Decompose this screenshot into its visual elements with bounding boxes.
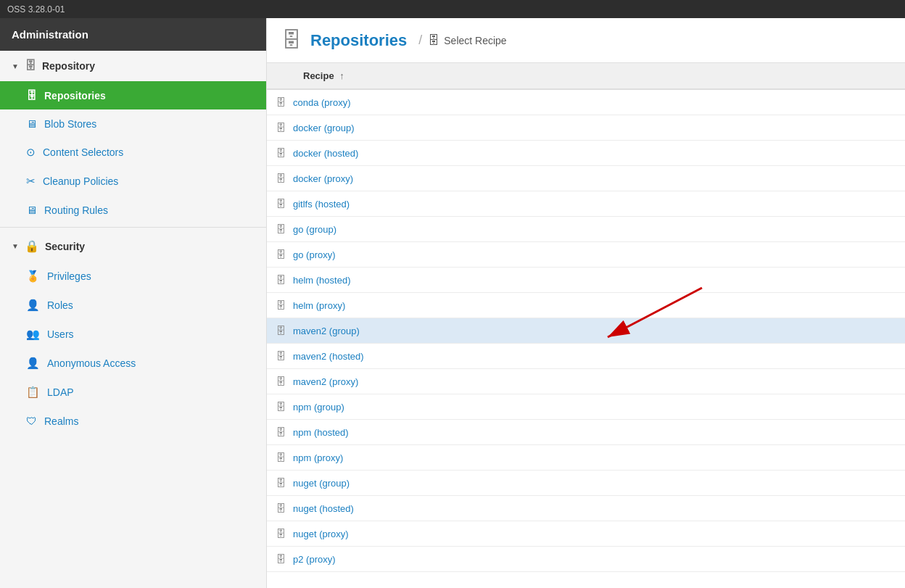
table-row[interactable]: 🗄 npm (hosted)	[267, 420, 905, 445]
recipe-cell[interactable]: 🗄 p2 (proxy)	[267, 547, 905, 571]
sidebar-item-routing-rules[interactable]: 🖥 Routing Rules	[0, 196, 266, 224]
recipe-cell[interactable]: 🗄 nuget (group)	[267, 471, 905, 495]
content-selectors-icon: ⊙	[26, 146, 36, 159]
table-row[interactable]: 🗄 docker (proxy)	[267, 166, 905, 191]
security-section-header[interactable]: ▼ 🔒 Security	[0, 231, 266, 262]
page-title: Repositories	[310, 31, 407, 50]
table-row[interactable]: 🗄 nuget (group)	[267, 471, 905, 496]
row-db-icon: 🗄	[276, 223, 286, 235]
main-container: Administration ▼ 🗄 Repository 🗄 Reposito…	[0, 18, 905, 588]
content-header: 🗄 Repositories / 🗄 Select Recipe	[267, 18, 905, 63]
recipe-label: gitlfs (hosted)	[293, 199, 350, 210]
recipe-label: conda (proxy)	[293, 97, 350, 108]
table-row[interactable]: 🗄 go (proxy)	[267, 242, 905, 268]
table-header: Recipe ↑	[267, 63, 905, 89]
row-db-icon: 🗄	[276, 249, 286, 260]
repository-section-icon: 🗄	[25, 59, 36, 73]
recipe-cell[interactable]: 🗄 helm (proxy)	[267, 293, 905, 318]
recipe-cell[interactable]: 🗄 helm (hosted)	[267, 268, 905, 292]
recipe-cell[interactable]: 🗄 npm (proxy)	[267, 445, 905, 470]
recipe-cell[interactable]: 🗄 docker (proxy)	[267, 166, 905, 191]
recipe-cell[interactable]: 🗄 go (group)	[267, 217, 905, 241]
sidebar-item-blob-stores[interactable]: 🖥 Blob Stores	[0, 109, 266, 138]
table-row[interactable]: 🗄 nuget (hosted)	[267, 496, 905, 521]
admin-header: Administration	[0, 18, 266, 51]
table-row[interactable]: 🗄 npm (group)	[267, 394, 905, 420]
recipe-label: go (group)	[293, 224, 336, 235]
recipe-cell[interactable]: 🗄 go (proxy)	[267, 242, 905, 267]
sidebar-item-content-selectors[interactable]: ⊙ Content Selectors	[0, 138, 266, 167]
top-bar: OSS 3.28.0-01	[0, 0, 905, 18]
sidebar-item-anonymous-access[interactable]: 👤 Anonymous Access	[0, 349, 266, 378]
triangle-icon: ▼	[12, 62, 19, 70]
row-db-icon: 🗄	[276, 477, 286, 489]
sidebar-item-users[interactable]: 👥 Users	[0, 320, 266, 349]
table-row[interactable]: 🗄 go (group)	[267, 217, 905, 242]
row-db-icon: 🗄	[276, 173, 286, 184]
roles-icon: 👤	[26, 299, 40, 312]
row-db-icon: 🗄	[276, 401, 286, 413]
security-section-icon: 🔒	[25, 239, 39, 253]
row-db-icon: 🗄	[276, 553, 286, 565]
recipe-cell[interactable]: 🗄 npm (group)	[267, 394, 905, 419]
recipe-cell[interactable]: 🗄 docker (hosted)	[267, 141, 905, 165]
sidebar-item-privileges[interactable]: 🏅 Privileges	[0, 262, 266, 291]
row-db-icon: 🗄	[276, 376, 286, 387]
sidebar-item-ldap[interactable]: 📋 LDAP	[0, 378, 266, 407]
breadcrumb-separator: /	[418, 33, 422, 48]
blob-stores-icon: 🖥	[26, 117, 37, 130]
recipe-label: maven2 (group)	[293, 326, 360, 336]
row-db-icon: 🗄	[276, 325, 286, 336]
sidebar-item-repositories[interactable]: 🗄 Repositories	[0, 81, 266, 109]
row-db-icon: 🗄	[276, 452, 286, 463]
cleanup-policies-icon: ✂	[26, 175, 36, 188]
row-db-icon: 🗄	[276, 147, 286, 159]
table-row[interactable]: 🗄 maven2 (proxy)	[267, 369, 905, 394]
sidebar: Administration ▼ 🗄 Repository 🗄 Reposito…	[0, 18, 267, 588]
table-row[interactable]: 🗄 p2 (proxy)	[267, 547, 905, 572]
recipe-cell[interactable]: 🗄 conda (proxy)	[267, 90, 905, 115]
table-row[interactable]: 🗄 helm (hosted)	[267, 268, 905, 293]
recipe-cell[interactable]: 🗄 nuget (proxy)	[267, 521, 905, 546]
recipe-cell[interactable]: 🗄 npm (hosted)	[267, 420, 905, 444]
recipe-label: helm (hosted)	[293, 275, 350, 286]
table-row[interactable]: 🗄 nuget (proxy)	[267, 521, 905, 547]
table-row[interactable]: 🗄 helm (proxy)	[267, 293, 905, 318]
recipe-cell[interactable]: 🗄 maven2 (proxy)	[267, 369, 905, 394]
recipe-label: docker (hosted)	[293, 148, 358, 159]
recipe-column-header: Recipe ↑	[267, 63, 905, 89]
recipe-cell[interactable]: 🗄 nuget (hosted)	[267, 496, 905, 521]
recipe-cell[interactable]: 🗄 gitlfs (hosted)	[267, 191, 905, 216]
sidebar-divider	[0, 227, 266, 228]
sidebar-item-cleanup-policies[interactable]: ✂ Cleanup Policies	[0, 167, 266, 196]
table-row[interactable]: 🗄 gitlfs (hosted)	[267, 191, 905, 217]
repository-section-header[interactable]: ▼ 🗄 Repository	[0, 51, 266, 81]
table-row[interactable]: 🗄 npm (proxy)	[267, 445, 905, 471]
recipe-cell[interactable]: 🗄 maven2 (group)	[267, 318, 905, 343]
row-db-icon: 🗄	[276, 426, 286, 438]
table-row[interactable]: 🗄 docker (hosted)	[267, 141, 905, 166]
sidebar-scroll: ▼ 🗄 Repository 🗄 Repositories 🖥 Blob Sto…	[0, 51, 266, 588]
select-recipe-breadcrumb[interactable]: 🗄 Select Recipe	[428, 34, 506, 47]
row-db-icon: 🗄	[276, 274, 286, 286]
table-row[interactable]: 🗄 maven2 (hosted)	[267, 344, 905, 369]
repositories-icon: 🗄	[26, 89, 37, 102]
table-row[interactable]: 🗄 docker (group)	[267, 115, 905, 141]
recipe-cell[interactable]: 🗄 maven2 (hosted)	[267, 344, 905, 368]
recipe-label: nuget (proxy)	[293, 529, 349, 539]
recipe-label: npm (hosted)	[293, 427, 349, 438]
version-label: OSS 3.28.0-01	[7, 4, 65, 15]
table-row[interactable]: 🗄 maven2 (group)	[267, 318, 905, 344]
sidebar-item-roles[interactable]: 👤 Roles	[0, 291, 266, 320]
sidebar-item-realms[interactable]: 🛡 Realms	[0, 407, 266, 435]
table-row[interactable]: 🗄 conda (proxy)	[267, 89, 905, 115]
recipe-cell[interactable]: 🗄 docker (group)	[267, 115, 905, 140]
security-triangle-icon: ▼	[12, 242, 19, 250]
recipes-table: Recipe ↑ 🗄 conda (proxy) 🗄 docker (group…	[267, 63, 905, 572]
content-area: 🗄 Repositories / 🗄 Select Recipe Recipe …	[267, 18, 905, 588]
table-container: Recipe ↑ 🗄 conda (proxy) 🗄 docker (group…	[267, 63, 905, 588]
recipe-label: go (proxy)	[293, 249, 336, 260]
recipe-label: p2 (proxy)	[293, 554, 336, 565]
recipe-label: helm (proxy)	[293, 300, 345, 311]
select-recipe-icon: 🗄	[428, 34, 439, 47]
